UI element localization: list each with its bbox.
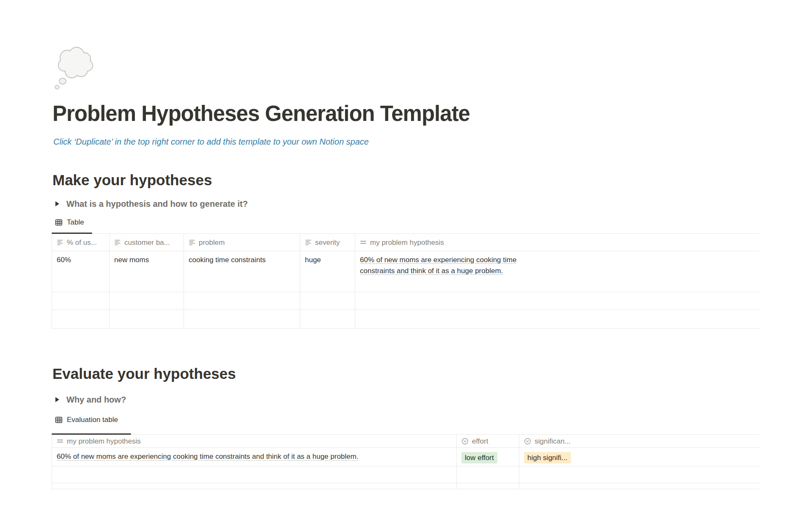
empty-cell[interactable]: [184, 292, 300, 310]
empty-cell[interactable]: [52, 310, 110, 329]
column-header-my-problem-hypothesis[interactable]: my problem hypothesis: [52, 435, 457, 448]
empty-cell[interactable]: [300, 292, 355, 310]
cell-problem[interactable]: cooking time constraints: [184, 251, 300, 292]
toggle-label: Why and how?: [66, 395, 126, 405]
column-header-label: severity: [315, 237, 340, 248]
cell-effort[interactable]: low effort: [457, 448, 519, 466]
notion-page: Problem Hypotheses Generation Template C…: [0, 0, 812, 507]
text-property-icon: [189, 239, 195, 246]
table-icon: [55, 416, 63, 424]
table-icon: [55, 219, 63, 226]
column-header-percent-of-users[interactable]: % of us...: [52, 234, 110, 251]
page-icon-thought-balloon-emoji[interactable]: [53, 45, 98, 91]
empty-cell[interactable]: [355, 292, 759, 310]
hypotheses-table: % of us... customer ba... problem severi…: [52, 234, 759, 329]
active-tab-indicator: [52, 233, 92, 234]
column-header-my-problem-hypothesis[interactable]: my problem hypothesis: [355, 234, 759, 251]
cell-hypothesis[interactable]: 60% of new moms are experiencing cooking…: [355, 251, 759, 292]
empty-cell[interactable]: [110, 292, 184, 310]
column-header-label: my problem hypothesis: [67, 436, 141, 447]
thought-balloon-icon: [53, 45, 98, 91]
toggle-why-and-how[interactable]: Why and how?: [55, 394, 126, 405]
page-title: Problem Hypotheses Generation Template: [52, 101, 470, 127]
column-header-severity[interactable]: severity: [300, 234, 355, 251]
toggle-triangle-icon: [55, 397, 59, 402]
empty-cell[interactable]: [519, 466, 759, 483]
title-property-icon: [360, 239, 367, 246]
select-property-icon: [461, 438, 469, 445]
column-header-customer-base[interactable]: customer ba...: [110, 234, 184, 251]
text-property-icon: [305, 239, 312, 246]
effort-tag[interactable]: low effort: [461, 452, 497, 463]
text-property-icon: [57, 239, 63, 246]
cell-significance[interactable]: high signifi...: [519, 448, 759, 466]
select-property-icon: [524, 438, 531, 445]
cell-hypothesis[interactable]: 60% of new moms are experiencing cooking…: [52, 448, 457, 466]
column-header-label: customer ba...: [124, 237, 170, 248]
empty-cell[interactable]: [52, 483, 457, 489]
cell-customer-base[interactable]: new moms: [110, 251, 184, 292]
page-subtitle: Click ‘Duplicate’ in the top right corne…: [53, 136, 369, 147]
cell-severity[interactable]: huge: [300, 251, 355, 292]
empty-cell[interactable]: [457, 466, 519, 483]
empty-cell[interactable]: [52, 466, 457, 483]
toggle-what-is-a-hypothesis[interactable]: What is a hypothesis and how to generate…: [55, 198, 248, 209]
toggle-triangle-icon: [55, 201, 59, 206]
column-header-label: significan...: [535, 436, 571, 447]
empty-cell[interactable]: [184, 310, 300, 329]
column-header-label: problem: [199, 237, 225, 248]
empty-cell[interactable]: [457, 483, 519, 489]
toggle-label: What is a hypothesis and how to generate…: [66, 199, 248, 209]
tab-table-label: Table: [67, 218, 84, 227]
section-heading-evaluate: Evaluate your hypotheses: [52, 364, 236, 383]
empty-cell[interactable]: [110, 310, 184, 329]
column-header-significance[interactable]: significan...: [519, 435, 759, 448]
tab-table[interactable]: Table: [55, 217, 84, 227]
empty-cell[interactable]: [52, 292, 110, 310]
empty-cell[interactable]: [355, 310, 759, 329]
column-header-label: my problem hypothesis: [370, 237, 444, 248]
significance-tag[interactable]: high signifi...: [524, 452, 571, 463]
column-header-effort[interactable]: effort: [457, 435, 519, 448]
column-header-problem[interactable]: problem: [184, 234, 300, 251]
active-tab-indicator: [52, 433, 131, 435]
evaluation-table: my problem hypothesis effort significan.…: [52, 435, 759, 489]
hypothesis-page-link[interactable]: 60% of new moms are experiencing cooking…: [360, 255, 521, 277]
column-header-label: % of us...: [67, 237, 97, 248]
tab-evaluation-table[interactable]: Evaluation table: [55, 415, 118, 425]
cell-percent-of-users[interactable]: 60%: [52, 251, 110, 292]
empty-cell[interactable]: [300, 310, 355, 329]
title-property-icon: [57, 438, 63, 444]
section-heading-make: Make your hypotheses: [52, 171, 212, 189]
column-header-label: effort: [472, 436, 488, 447]
text-property-icon: [114, 239, 121, 246]
tab-evaluation-table-label: Evaluation table: [67, 416, 118, 424]
hypothesis-page-link[interactable]: 60% of new moms are experiencing cooking…: [57, 451, 437, 462]
empty-cell[interactable]: [519, 483, 759, 489]
